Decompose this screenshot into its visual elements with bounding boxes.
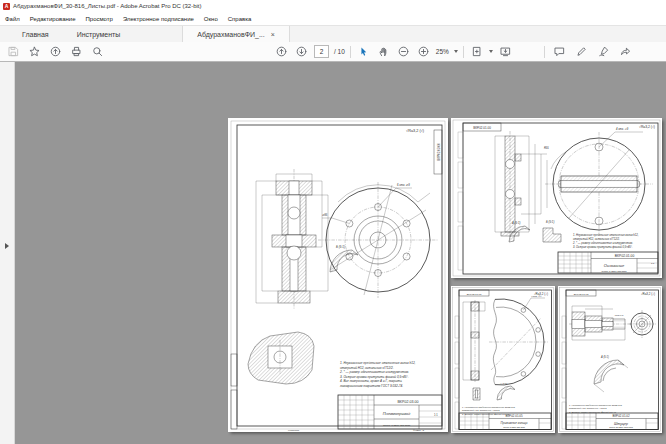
svg-text:ВКР.02.01.02: ВКР.02.01.02: [612, 414, 629, 418]
menu-edit[interactable]: Редактирование: [30, 16, 76, 22]
upload-icon: [50, 46, 61, 57]
svg-text:Копировал: Копировал: [288, 429, 300, 431]
svg-text:М12×1,5: М12×1,5: [615, 314, 624, 317]
star-button[interactable]: [27, 44, 42, 59]
menu-view[interactable]: Просмотр: [85, 16, 112, 22]
svg-text:ВКР.02.01.05: ВКР.02.01.05: [505, 414, 522, 418]
end-view: [628, 310, 656, 338]
svg-text:ВКР.02.03.00: ВКР.02.03.00: [397, 400, 418, 404]
plate-section-view: [495, 131, 547, 239]
window-titlebar: A АбдурахмановФИ_30-816_Листы.pdf - Adob…: [0, 0, 666, 12]
zoom-dropdown-caret-icon[interactable]: [454, 50, 458, 53]
svg-text:R55: R55: [544, 146, 549, 150]
menu-esign[interactable]: Электронное подписание: [123, 16, 194, 22]
printer-icon: [71, 46, 82, 57]
share-arrow-icon: [620, 46, 631, 57]
comment-button[interactable]: [552, 44, 567, 59]
svg-text:ВКР.02.01.00: ВКР.02.01.00: [473, 126, 491, 130]
nav-pane-toggle-icon[interactable]: [5, 243, 9, 249]
pdf-page-shtutser: ВКР.02.01.02 √Ra3,2 (√): [558, 286, 662, 433]
window-title: АбдурахмановФИ_30-816_Листы.pdf - Adobe …: [13, 3, 202, 9]
search-button[interactable]: [90, 44, 105, 59]
zoom-out-button[interactable]: [396, 44, 411, 59]
svg-text:4 отв. ∅7: 4 отв. ∅7: [531, 295, 542, 298]
svg-text:4. Все поверхности, кроме А и: 4. Все поверхности, кроме А и Г, покрыть: [340, 379, 402, 383]
drawing-shtutser: ВКР.02.01.02 √Ra3,2 (√): [558, 286, 662, 433]
tab-home[interactable]: Главная: [8, 26, 63, 42]
svg-text:Сталь 20 ГОСТ 1050-2013: Сталь 20 ГОСТ 1050-2013: [609, 426, 634, 428]
star-icon: [29, 46, 40, 57]
part-name: Штуцер: [614, 422, 628, 426]
navigation-pane-rail[interactable]: [0, 62, 15, 444]
ra-mark: √Ra3,2 (√): [406, 129, 425, 133]
ra-mark: √Ra3,2 (√): [641, 292, 655, 296]
fit-page-button[interactable]: [469, 44, 484, 59]
fit-width-icon: [500, 46, 511, 57]
svg-text:1. Неуказанные предельные откл: 1. Неуказанные предельные отклонения вал…: [340, 361, 416, 365]
zoom-in-button[interactable]: [416, 44, 431, 59]
document-canvas[interactable]: ВКР.02.03.00 √Ra3,2 (√): [0, 62, 666, 444]
fill-sign-button[interactable]: [596, 44, 611, 59]
svg-text:Б (5:1): Б (5:1): [336, 245, 345, 249]
zoom-level-value[interactable]: 25%: [436, 48, 449, 55]
svg-text:2. * — размер обеспечивается и: 2. * — размер обеспечивается инструменто…: [572, 241, 633, 245]
part-name: Пневмопривод: [383, 411, 411, 416]
signature-pen-icon: [598, 46, 609, 57]
fitting-section-view: М12×1,5: [569, 306, 632, 340]
title-block: ВКР.02.03.00 Пневмопривод Сталь 3 ГОСТ 3…: [338, 395, 442, 429]
svg-text:Формат А3: Формат А3: [413, 429, 425, 431]
svg-text:отверстий H12, остальных ±IT12: отверстий H12, остальных ±IT12/2.: [340, 366, 394, 370]
partial-view: [248, 332, 314, 384]
hand-icon: [378, 46, 389, 57]
drawing-koltso: ВКР.02.01.05 √Ra3,2 (√): [451, 286, 555, 433]
notes: 1. Неуказанные предельные отклонения вал…: [572, 233, 639, 249]
tab-tools[interactable]: Инструменты: [63, 26, 135, 42]
svg-text:отверстий H12, остальных ±IT12: отверстий H12, остальных ±IT12/2.: [573, 237, 620, 241]
save-button[interactable]: [6, 44, 21, 59]
send-for-review-button[interactable]: [618, 44, 633, 59]
svg-text:ВКР.02.03.00: ВКР.02.03.00: [437, 143, 441, 161]
acrobat-app-icon: A: [3, 3, 10, 10]
pdf-page-koltso: ВКР.02.01.05 √Ra3,2 (√): [451, 286, 555, 433]
svg-text:ВКР.02.01.00: ВКР.02.01.00: [615, 254, 635, 258]
part-name: Прижимное кольцо: [501, 421, 528, 425]
next-page-button[interactable]: [294, 44, 309, 59]
svg-text:∅95: ∅95: [322, 213, 328, 217]
page-number-input[interactable]: 2: [314, 45, 329, 58]
drawing-osnovanie: ВКР.02.01.00 √Ra3,2 (√): [451, 118, 662, 278]
svg-text:Сталь 3 ГОСТ 380-2005: Сталь 3 ГОСТ 380-2005: [503, 426, 525, 428]
svg-text:2. * — размер обеспечивается и: 2. * — размер обеспечивается инструменто…: [339, 370, 409, 374]
svg-text:лакокрасочным покрытием ГОСТ 9: лакокрасочным покрытием ГОСТ 9.032-74.: [339, 384, 403, 388]
select-tool-button[interactable]: [356, 44, 371, 59]
previous-page-button[interactable]: [274, 44, 289, 59]
scrolling-mode-button[interactable]: [498, 44, 513, 59]
tab-document-label: АбдурахмановФИ_...: [197, 31, 264, 38]
print-button[interactable]: [69, 44, 84, 59]
page-count-label: / 10: [334, 48, 345, 55]
detail-view-b: Б (5:1): [543, 220, 561, 242]
page-down-icon: [296, 46, 307, 57]
search-icon: [92, 46, 103, 57]
tab-document[interactable]: АбдурахмановФИ_... ×: [182, 26, 290, 42]
svg-text:3. Острые кромки притупить фас: 3. Острые кромки притупить фаской 0,5×45…: [573, 245, 633, 249]
pencil-icon: [576, 46, 587, 57]
comment-bubble-icon: [554, 46, 565, 57]
fit-dropdown-caret-icon[interactable]: [489, 50, 493, 53]
menu-window[interactable]: Окно: [204, 16, 218, 22]
svg-text:ВКР.02.01.05: ВКР.02.01.05: [467, 293, 482, 296]
svg-text:А (5:1): А (5:1): [600, 355, 609, 359]
menu-file[interactable]: Файл: [5, 16, 20, 22]
edit-pdf-button[interactable]: [574, 44, 589, 59]
svg-text:4 отв. ∅9: 4 отв. ∅9: [616, 127, 629, 131]
share-file-button[interactable]: [48, 44, 63, 59]
svg-text:А (5:1): А (5:1): [499, 382, 507, 385]
part-name: Основание: [604, 263, 625, 268]
save-icon: [8, 46, 19, 57]
menu-help[interactable]: Справка: [228, 16, 252, 22]
svg-text:Сталь 3 ГОСТ 380-2005: Сталь 3 ГОСТ 380-2005: [602, 270, 628, 272]
svg-text:А (5:1): А (5:1): [511, 221, 520, 225]
hand-tool-button[interactable]: [376, 44, 391, 59]
tabbar: Главная Инструменты АбдурахмановФИ_... ×: [0, 25, 666, 42]
tab-close-icon[interactable]: ×: [271, 31, 275, 38]
pdf-page-pnevmoprivod: ВКР.02.03.00 √Ra3,2 (√): [228, 118, 448, 432]
